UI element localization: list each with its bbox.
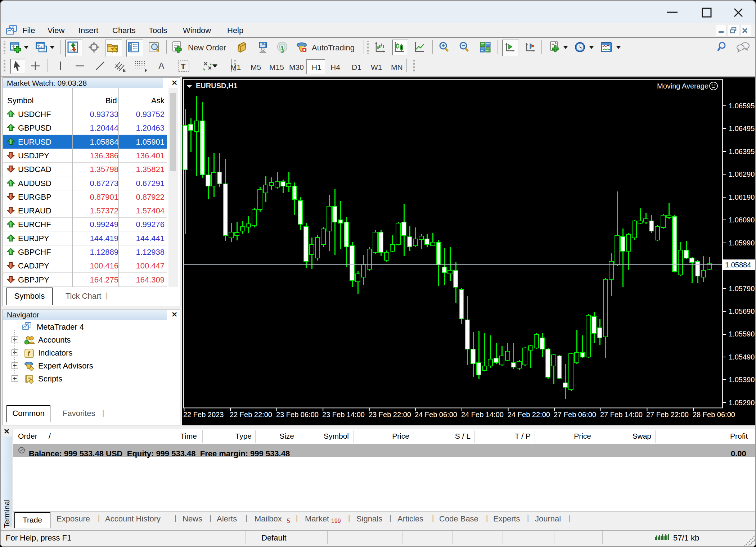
svg-text:1.06090: 1.06090 — [729, 216, 755, 224]
svg-text:27 Feb 14:00: 27 Feb 14:00 — [600, 411, 643, 419]
svg-text:EURUSD,H1: EURUSD,H1 — [196, 82, 238, 90]
svg-text:23 Feb 06:00: 23 Feb 06:00 — [276, 411, 319, 419]
svg-text:1.05884: 1.05884 — [725, 261, 751, 269]
svg-text:24 Feb 06:00: 24 Feb 06:00 — [415, 411, 457, 419]
svg-text:1.06190: 1.06190 — [729, 193, 755, 201]
svg-text:1.06395: 1.06395 — [729, 148, 755, 155]
svg-text:27 Feb 22:00: 27 Feb 22:00 — [646, 411, 689, 419]
svg-text:27 Feb 06:00: 27 Feb 06:00 — [554, 411, 596, 419]
svg-text:1.05590: 1.05590 — [729, 330, 755, 338]
svg-text:Moving Average: Moving Average — [657, 82, 708, 90]
svg-text:24 Feb 22:00: 24 Feb 22:00 — [508, 411, 550, 419]
svg-text:28 Feb 06:00: 28 Feb 06:00 — [693, 411, 735, 419]
svg-text:23 Feb 14:00: 23 Feb 14:00 — [322, 411, 365, 419]
svg-text:24 Feb 14:00: 24 Feb 14:00 — [461, 411, 504, 419]
svg-text:1.05490: 1.05490 — [729, 353, 755, 361]
svg-text:1.05390: 1.05390 — [729, 376, 755, 384]
svg-text:1.05290: 1.05290 — [729, 399, 755, 407]
svg-text:23 Feb 22:00: 23 Feb 22:00 — [369, 411, 411, 419]
svg-text:F: F — [145, 68, 147, 72]
svg-text:1.06495: 1.06495 — [729, 125, 755, 132]
svg-text:E: E — [123, 68, 126, 72]
svg-text:1.05790: 1.05790 — [729, 285, 755, 293]
svg-text:1.06595: 1.06595 — [729, 102, 755, 110]
svg-text:22 Feb 2023: 22 Feb 2023 — [183, 411, 224, 419]
svg-text:T: T — [181, 62, 186, 71]
svg-text:22 Feb 22:00: 22 Feb 22:00 — [230, 411, 272, 419]
svg-text:1.05990: 1.05990 — [729, 239, 755, 247]
svg-text:1.05690: 1.05690 — [729, 307, 755, 315]
svg-text:1.06290: 1.06290 — [729, 170, 755, 178]
